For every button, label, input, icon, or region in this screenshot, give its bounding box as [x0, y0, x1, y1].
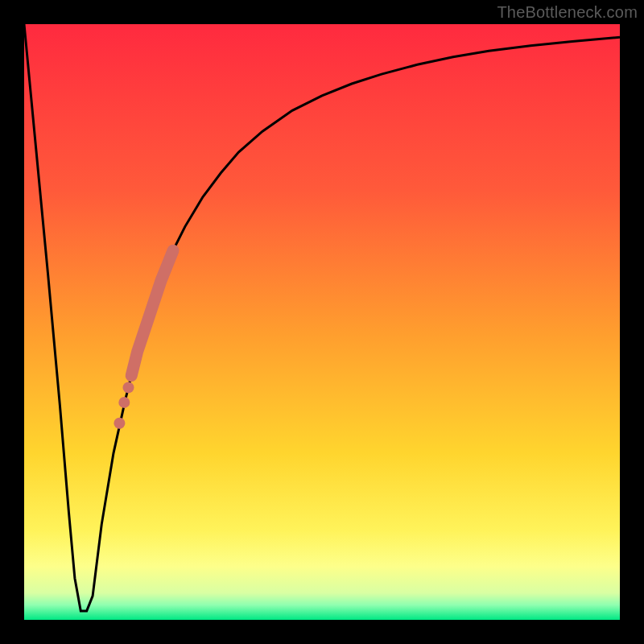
highlight-dot [118, 397, 130, 408]
plot-area [24, 24, 620, 620]
chart-svg [24, 24, 620, 620]
gradient-background [24, 24, 620, 620]
highlight-dot [123, 382, 134, 393]
attribution-label: TheBottleneck.com [497, 3, 638, 22]
highlight-dot [114, 418, 125, 429]
chart-frame: TheBottleneck.com [0, 0, 644, 644]
